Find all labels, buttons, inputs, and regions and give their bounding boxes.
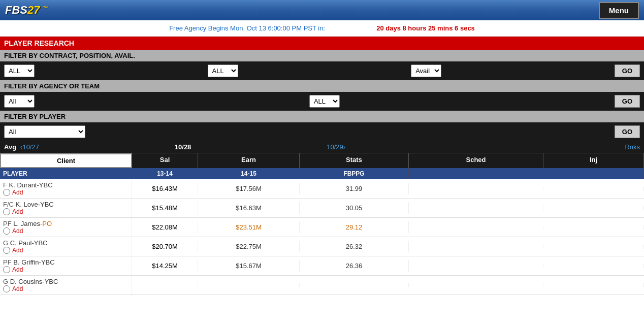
earn-cell-2: $23.51M — [198, 221, 300, 233]
player-list: F K. Durant-YBC Add $16.43M $17.56M 31.9… — [0, 179, 644, 295]
earn-cell-3: $22.75M — [198, 241, 300, 252]
stats-cell-1: 30.05 — [300, 202, 409, 214]
player-cell-0: F K. Durant-YBC Add — [0, 179, 132, 198]
player-name-5: G D. Cousins-YBC — [3, 278, 58, 285]
add-row-4: Add — [3, 266, 23, 273]
filter-contract-go[interactable]: GO — [615, 64, 640, 77]
table-row: PF L. James-PO Add $22.08M $23.51M 29.12 — [0, 218, 644, 237]
nav-prev[interactable]: ‹10/27 — [20, 143, 39, 151]
table-row: PF B. Griffin-YBC Add $14.25M $15.67M 26… — [0, 256, 644, 276]
inj-cell-4 — [543, 264, 644, 268]
add-link-4[interactable]: Add — [12, 266, 23, 273]
sched-cell-5 — [409, 283, 543, 287]
sched-cell-0 — [409, 187, 543, 191]
filter-contract-select1[interactable]: ALL — [4, 64, 35, 77]
nav-current: 10/28 — [43, 143, 323, 151]
sched-cell-1 — [409, 206, 543, 210]
sub-headers: PLAYER 13-14 14-15 FBPPG — [0, 168, 644, 179]
sub-1314: 13-14 — [132, 168, 198, 179]
sub-fbppg: FBPPG — [300, 168, 409, 179]
column-headers: Client Sal Earn Stats Sched Inj — [0, 153, 644, 168]
add-radio-2[interactable] — [3, 227, 10, 235]
filter-contract-row: ALL ALL Avail GO — [0, 61, 644, 80]
sched-cell-4 — [409, 264, 543, 268]
filter-player-select[interactable]: All — [4, 125, 85, 138]
earn-cell-5 — [198, 283, 300, 287]
sal-cell-1: $15.48M — [132, 202, 198, 214]
filter-avail-select[interactable]: Avail — [411, 64, 441, 77]
filter-agency-go[interactable]: GO — [615, 95, 640, 108]
sal-cell-2: $22.08M — [132, 221, 198, 233]
sub-1415: 14-15 — [198, 168, 300, 179]
add-link-2[interactable]: Add — [12, 227, 23, 235]
add-radio-5[interactable] — [3, 285, 10, 292]
add-radio-1[interactable] — [3, 208, 10, 215]
earn-cell-1: $16.63M — [198, 202, 300, 214]
add-row-5: Add — [3, 285, 23, 292]
free-agency-countdown: 20 days 8 hours 25 mins 6 secs — [376, 24, 475, 32]
filter-contract-select2[interactable]: ALL — [208, 64, 238, 77]
player-name-3: G C. Paul-YBC — [3, 239, 47, 247]
filter-team-select[interactable]: ALL — [309, 95, 340, 108]
sub-empty2 — [543, 168, 644, 179]
inj-cell-3 — [543, 245, 644, 249]
filter-contract-header: FILTER BY CONTRACT, POSITION, AVAIL. — [0, 50, 644, 61]
sal-cell-0: $16.43M — [132, 183, 198, 194]
table-row: G C. Paul-YBC Add $20.70M $22.75M 26.32 — [0, 237, 644, 256]
filter-player-header: FILTER BY PLAYER — [0, 111, 644, 122]
stats-cell-5 — [300, 283, 409, 287]
add-link-5[interactable]: Add — [12, 285, 23, 292]
player-cell-1: F/C K. Love-YBC Add — [0, 199, 132, 217]
add-row-2: Add — [3, 227, 23, 235]
inj-cell-0 — [543, 187, 644, 191]
col-sched: Sched — [409, 153, 543, 168]
add-row-3: Add — [3, 247, 23, 254]
sal-cell-4: $14.25M — [132, 260, 198, 272]
player-cell-4: PF B. Griffin-YBC Add — [0, 256, 132, 275]
add-radio-4[interactable] — [3, 266, 10, 273]
inj-cell-2 — [543, 225, 644, 229]
player-name-0: F K. Durant-YBC — [3, 181, 53, 189]
add-radio-0[interactable] — [3, 189, 10, 196]
player-cell-2: PF L. James-PO Add — [0, 218, 132, 237]
filter-player-go[interactable]: GO — [615, 125, 640, 138]
menu-button[interactable]: Menu — [599, 2, 639, 19]
free-agency-bar: Free Agency Begins Mon, Oct 13 6:00:00 P… — [0, 20, 644, 37]
filter-player-row: All GO — [0, 122, 644, 141]
earn-cell-4: $15.67M — [198, 260, 300, 272]
col-client: Client — [0, 153, 132, 168]
stats-cell-0: 31.99 — [300, 183, 409, 194]
inj-cell-1 — [543, 206, 644, 210]
player-cell-3: G C. Paul-YBC Add — [0, 237, 132, 256]
table-row: F/C K. Love-YBC Add $15.48M $16.63M 30.0… — [0, 199, 644, 218]
sal-cell-3: $20.70M — [132, 241, 198, 252]
table-nav: Avg ‹10/27 10/28 10/29› Rnks — [0, 141, 644, 153]
stats-cell-4: 26.36 — [300, 260, 409, 272]
top-header: FBS27 ™ Menu — [0, 0, 644, 20]
earn-cell-0: $17.56M — [198, 183, 300, 194]
stats-cell-2: 29.12 — [300, 221, 409, 233]
filter-agency-header: FILTER BY AGENCY OR TEAM — [0, 80, 644, 92]
sched-cell-3 — [409, 245, 543, 249]
filter-agency-select1[interactable]: All — [4, 95, 35, 108]
logo: FBS27 ™ — [5, 4, 48, 17]
sub-empty1 — [409, 168, 543, 179]
filter-agency-row: All ALL GO — [0, 92, 644, 111]
col-inj: Inj — [543, 153, 644, 168]
sal-cell-5 — [132, 283, 198, 287]
nav-rnks[interactable]: Rnks — [625, 143, 640, 151]
inj-cell-5 — [543, 283, 644, 287]
add-link-3[interactable]: Add — [12, 247, 23, 254]
sched-cell-2 — [409, 225, 543, 229]
stats-cell-3: 26.32 — [300, 241, 409, 252]
add-row-0: Add — [3, 189, 23, 196]
add-link-1[interactable]: Add — [12, 208, 23, 215]
add-link-0[interactable]: Add — [12, 189, 23, 196]
add-radio-3[interactable] — [3, 247, 10, 254]
col-sal: Sal — [132, 153, 198, 168]
col-earn: Earn — [198, 153, 300, 168]
table-row: G D. Cousins-YBC Add — [0, 276, 644, 295]
nav-next[interactable]: 10/29› — [327, 143, 345, 151]
sub-player: PLAYER — [0, 168, 132, 179]
nav-avg-label: Avg — [4, 143, 16, 151]
